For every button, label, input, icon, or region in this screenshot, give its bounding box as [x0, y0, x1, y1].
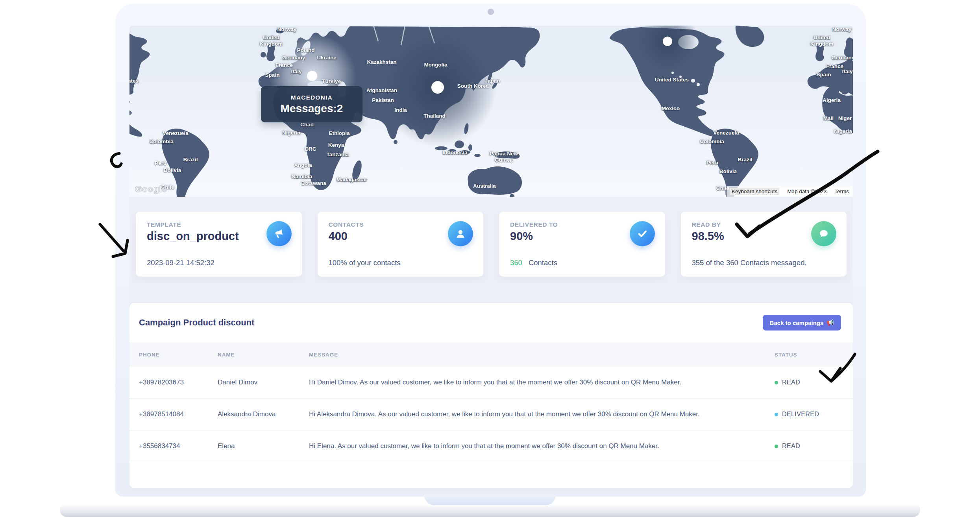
- map-label: Algeria: [823, 97, 841, 103]
- column-header-status: STATUS: [775, 352, 843, 358]
- world-map[interactable]: NorwayUnitedKingdomPolandGermanyUkraineF…: [129, 26, 853, 197]
- cell-message: Hi Aleksandra Dimova. As our valued cust…: [309, 410, 775, 418]
- messages-table: PHONE NAME MESSAGE STATUS +38978203673 D…: [129, 342, 853, 462]
- map-label: Mongolia: [424, 62, 447, 68]
- stat-label: DELIVERED TO: [510, 221, 558, 228]
- cell-phone: +38978514084: [139, 410, 218, 418]
- map-label: France: [276, 62, 293, 68]
- map-label: Norway: [832, 26, 852, 32]
- map-label: Niger: [838, 115, 852, 121]
- map-marker-asia[interactable]: [431, 81, 444, 94]
- terms-link[interactable]: Terms: [834, 188, 849, 194]
- map-label: Bolivia: [719, 168, 737, 174]
- dashboard-screen: NorwayUnitedKingdomPolandGermanyUkraineF…: [129, 26, 853, 494]
- table-row: +38978203673 Daniel Dimov Hi Daniel Dimo…: [129, 367, 853, 399]
- map-label: Nigeria: [282, 130, 300, 136]
- stat-value: 400: [329, 230, 348, 243]
- webcam-dot: [488, 9, 494, 15]
- map-label: Colombia: [700, 138, 724, 144]
- map-label: Colombia: [149, 138, 174, 144]
- map-label: Pakistan: [372, 97, 394, 103]
- column-header-phone: PHONE: [139, 352, 218, 358]
- cell-name: Aleksandra Dimova: [218, 410, 309, 418]
- stat-card-delivered: DELIVERED TO 90% 360Contacts: [499, 212, 665, 277]
- stat-sub: 360Contacts: [510, 258, 557, 267]
- map-label: Venezuela: [163, 130, 188, 136]
- stat-label: CONTACTS: [329, 221, 364, 228]
- map-label: Mexico: [662, 105, 680, 111]
- map-label: Spain: [817, 72, 831, 78]
- laptop-base: [60, 505, 920, 517]
- status-dot: [775, 381, 778, 384]
- map-label: Italy: [842, 68, 852, 74]
- status-label: READ: [782, 443, 800, 450]
- map-label: Brazil: [183, 157, 198, 162]
- map-marker-north-america[interactable]: [663, 37, 672, 46]
- map-label: Papua New: [490, 151, 518, 157]
- map-tooltip: MACEDONIA Messages:2: [261, 86, 362, 122]
- column-header-message: MESSAGE: [309, 352, 775, 358]
- map-label: Peru: [155, 160, 166, 166]
- cell-message: Hi Elena. As our valued customer, we lik…: [309, 442, 775, 450]
- table-header-row: PHONE NAME MESSAGE STATUS: [129, 342, 853, 367]
- stat-card-contacts: CONTACTS 400 100% of your contacts: [318, 212, 484, 277]
- stat-value: 90%: [510, 230, 533, 243]
- map-attribution: Keyboard shortcuts Map data ©2023 Terms: [727, 186, 853, 197]
- map-label: Namibia: [292, 174, 312, 179]
- megaphone-emoji-icon: 📢: [827, 319, 834, 326]
- map-label: Botswana: [301, 180, 326, 186]
- map-label: Japan: [484, 78, 500, 84]
- stat-value: 98.5%: [692, 230, 724, 243]
- map-label: Guinea: [495, 157, 513, 163]
- map-label: Kazakhstan: [367, 59, 396, 65]
- check-icon: [630, 221, 655, 246]
- dashboard-body: TEMPLATE disc_on_product 2023-09-21 14:5…: [129, 197, 853, 488]
- table-row: +3556834734 Elena Hi Elena. As our value…: [129, 430, 853, 462]
- map-label: Germany: [282, 55, 305, 61]
- status-label: DELIVERED: [782, 411, 819, 418]
- stat-sub: 100% of your contacts: [329, 258, 401, 267]
- map-label: United: [263, 35, 279, 41]
- map-label: DRC: [305, 146, 316, 152]
- status-dot: [775, 445, 778, 448]
- cell-phone: +3556834734: [139, 442, 218, 450]
- tooltip-country: MACEDONIA: [261, 94, 362, 101]
- map-label: Spain: [265, 72, 280, 78]
- map-label: Madagascar: [337, 177, 367, 183]
- map-label: Indonesia: [442, 150, 467, 155]
- delivered-count: 360: [510, 258, 522, 267]
- back-to-campaigns-button[interactable]: Back to campaings 📢: [763, 315, 841, 331]
- page: NorwayUnitedKingdomPolandGermanyUkraineF…: [0, 0, 980, 517]
- map-label: India: [394, 107, 407, 113]
- map-label: Nigeria: [834, 128, 852, 134]
- megaphone-icon: [266, 221, 292, 246]
- map-label: Peru: [706, 160, 718, 166]
- world-map-svg: [129, 26, 853, 197]
- map-label: Ethiopia: [329, 130, 349, 136]
- stat-value: disc_on_product: [147, 230, 239, 243]
- stat-card-read: READ BY 98.5% 355 of the 360 Contacts me…: [681, 212, 847, 277]
- map-label: Thailand: [423, 113, 446, 119]
- map-label: Australia: [473, 183, 496, 189]
- cell-name: Daniel Dimov: [218, 379, 309, 386]
- map-label: United States: [655, 77, 689, 83]
- map-label: Kingdom: [260, 41, 283, 47]
- map-label: Mali: [823, 115, 834, 121]
- map-label: Angola: [294, 162, 312, 168]
- status-label: READ: [782, 379, 800, 386]
- map-label: United: [814, 35, 830, 41]
- chat-bubble-icon: [811, 221, 836, 246]
- stat-sub: 355 of the 360 Contacts messaged.: [692, 258, 807, 267]
- map-label: Germany: [832, 55, 853, 61]
- map-label: United States: [129, 78, 139, 84]
- map-label: France: [826, 63, 843, 69]
- map-label: South Korea: [457, 83, 489, 89]
- map-label: Bolivia: [164, 167, 181, 173]
- keyboard-shortcuts-link[interactable]: Keyboard shortcuts: [730, 188, 779, 195]
- map-marker-europe[interactable]: [307, 71, 317, 81]
- google-logo[interactable]: Google: [135, 184, 167, 194]
- cell-name: Elena: [218, 442, 309, 450]
- stat-sub: 2023-09-21 14:52:32: [147, 258, 214, 267]
- cell-phone: +38978203673: [139, 379, 218, 386]
- tooltip-value: Messages:2: [261, 102, 362, 115]
